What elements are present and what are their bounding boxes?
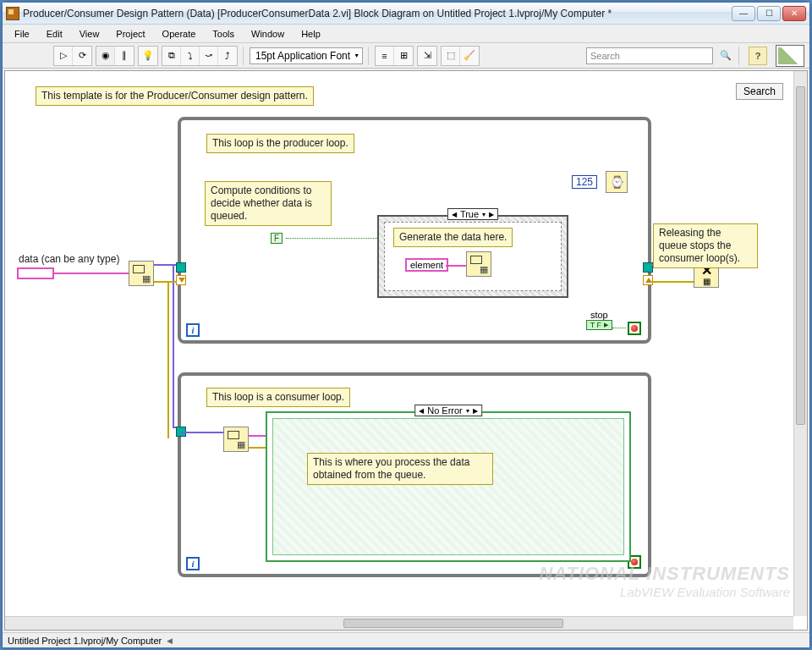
- menu-project[interactable]: Project: [109, 27, 151, 41]
- run-continuous-button[interactable]: ⟳: [73, 47, 91, 65]
- stop-control-terminal: T F: [586, 320, 612, 330]
- case-dropdown-icon[interactable]: ▾: [482, 211, 486, 218]
- step-into-button[interactable]: ⤵: [181, 47, 200, 65]
- obtain-queue-node[interactable]: [129, 261, 154, 286]
- iteration-terminal-icon: i: [186, 323, 200, 337]
- wire-err-to-release: [651, 281, 694, 283]
- menu-help[interactable]: Help: [294, 27, 327, 41]
- help-button[interactable]: ?: [749, 47, 767, 65]
- wire-data-to-queue: [54, 273, 129, 274]
- menubar: File Edit View Project Operate Tools Win…: [3, 25, 809, 43]
- menu-edit[interactable]: Edit: [40, 27, 69, 41]
- wire-queue-dequeue: [181, 432, 223, 433]
- enqueue-node[interactable]: [466, 251, 491, 277]
- producer-case-structure[interactable]: ◀ True ▾ ▶ Generate the data here. eleme…: [377, 215, 568, 298]
- consumer-case-structure[interactable]: ◀ No Error ▾ ▶ This is where you process…: [266, 411, 631, 562]
- wire-queue-main: [154, 264, 174, 266]
- case-selector[interactable]: ◀ True ▾ ▶: [447, 208, 498, 220]
- statusbar: Untitled Project 1.lvproj/My Computer ◀: [3, 632, 809, 647]
- data-type-label: data (can be any type): [19, 253, 119, 265]
- menu-operate[interactable]: Operate: [156, 27, 203, 41]
- pause-button[interactable]: ∥: [115, 47, 134, 65]
- minimize-button[interactable]: —: [732, 6, 755, 21]
- loop-stop-terminal[interactable]: [628, 322, 641, 335]
- stop-control-label: stop: [590, 310, 608, 320]
- wire-queue-split-v: [173, 264, 174, 428]
- retain-wire-button[interactable]: ⧉: [162, 47, 181, 65]
- case-prev-icon-2[interactable]: ◀: [419, 407, 424, 415]
- case-selector-label: True: [460, 209, 479, 219]
- shift-reg-right-up: [643, 275, 653, 285]
- case-selector-label-2: No Error: [427, 405, 463, 416]
- maximize-button[interactable]: ☐: [757, 6, 781, 21]
- window-title: Producer/Consumer Design Pattern (Data) …: [23, 8, 732, 19]
- stop-control[interactable]: stop T F: [586, 310, 612, 330]
- wait-ms-node[interactable]: [606, 171, 628, 193]
- diagram-search-button[interactable]: Search: [736, 83, 783, 100]
- menu-view[interactable]: View: [73, 27, 107, 41]
- vscroll-thumb[interactable]: [796, 86, 805, 425]
- case-prev-icon[interactable]: ◀: [452, 211, 457, 218]
- case-dropdown-icon-2[interactable]: ▾: [466, 407, 469, 415]
- status-chevron-icon: ◀: [167, 636, 173, 645]
- status-path: Untitled Project 1.lvproj/My Computer: [8, 636, 162, 646]
- wait-ms-constant[interactable]: 125: [572, 175, 597, 189]
- app-window: Producer/Consumer Design Pattern (Data) …: [2, 2, 810, 648]
- case-next-icon[interactable]: ▶: [489, 211, 494, 218]
- cleanup-button[interactable]: 🧹: [460, 47, 479, 65]
- resize-button[interactable]: ⇲: [418, 47, 436, 65]
- search-icon[interactable]: 🔍: [718, 48, 733, 63]
- hscroll-thumb[interactable]: [343, 619, 563, 628]
- font-select[interactable]: 15pt Application Font: [250, 47, 363, 64]
- highlight-exec-button[interactable]: 💡: [139, 47, 157, 65]
- wire-dequeue-err: [249, 447, 266, 449]
- wire-err-split: [167, 281, 169, 438]
- step-over-button[interactable]: ⤻: [200, 47, 218, 65]
- menu-window[interactable]: Window: [244, 27, 291, 41]
- tunnel-queue-in: [176, 262, 186, 273]
- block-diagram-canvas[interactable]: This template is for the Producer/Consum…: [4, 70, 808, 631]
- app-icon: [6, 7, 19, 20]
- case-next-icon-2[interactable]: ▶: [473, 407, 478, 415]
- data-constant[interactable]: [17, 267, 54, 279]
- comment-template: This template is for the Producer/Consum…: [36, 86, 314, 106]
- run-button[interactable]: ▷: [54, 47, 73, 65]
- comment-generate: Generate the data here.: [393, 228, 513, 247]
- comment-producer-title: This loop is the producer loop.: [206, 134, 354, 153]
- producer-loop[interactable]: i This loop is the producer loop. Comput…: [178, 117, 651, 344]
- toolbar: ▷ ⟳ ◉ ∥ 💡 ⧉ ⤵ ⤻ ⤴ 15pt Application Font …: [3, 43, 809, 69]
- search-input[interactable]: Search: [586, 47, 713, 64]
- titlebar[interactable]: Producer/Consumer Design Pattern (Data) …: [3, 3, 809, 25]
- wire-dequeue-data: [249, 435, 266, 437]
- close-button[interactable]: ✕: [782, 6, 806, 21]
- align-button[interactable]: ≡: [376, 47, 394, 65]
- wire-stop-bool: [612, 328, 626, 328]
- shift-reg-left-down: [176, 275, 186, 285]
- iteration-terminal-icon-2: i: [186, 557, 200, 570]
- reorder-button[interactable]: ⬚: [442, 47, 460, 65]
- wire-bool-to-case: [286, 238, 377, 239]
- case-selector-2[interactable]: ◀ No Error ▾ ▶: [414, 405, 482, 416]
- vertical-scrollbar[interactable]: [793, 71, 807, 616]
- bool-false-constant[interactable]: F: [271, 233, 283, 244]
- watermark-product: LabVIEW Evaluation Software: [539, 585, 790, 599]
- wire-element: [446, 265, 466, 267]
- element-constant[interactable]: element: [405, 258, 448, 272]
- dequeue-node[interactable]: [223, 427, 249, 452]
- menu-file[interactable]: File: [8, 27, 36, 41]
- menu-tools[interactable]: Tools: [206, 27, 241, 41]
- horizontal-scrollbar[interactable]: [5, 616, 793, 630]
- consumer-loop[interactable]: i This loop is a consumer loop. ◀ No Err…: [178, 372, 651, 577]
- step-out-button[interactable]: ⤴: [218, 47, 237, 65]
- vi-icon[interactable]: [776, 45, 804, 67]
- comment-process: This is where you process the data obtai…: [307, 453, 493, 485]
- comment-release: Releasing the queue stops the consumer l…: [653, 223, 758, 268]
- comment-consumer-title: This loop is a consumer loop.: [206, 388, 350, 407]
- abort-button[interactable]: ◉: [96, 47, 115, 65]
- comment-compute: Compute conditions to decide whether dat…: [205, 181, 332, 226]
- distribute-button[interactable]: ⊞: [394, 47, 413, 65]
